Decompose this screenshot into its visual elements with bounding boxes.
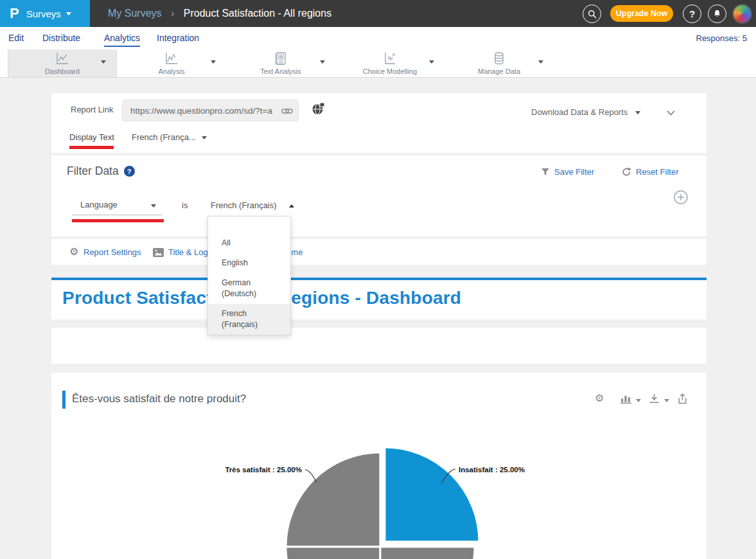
report-link-card: Report Link Download Data & Reports Disp… [51,93,707,153]
dropdown-option-english[interactable]: English [208,253,290,273]
download-data-reports-menu[interactable]: Download Data & Reports [531,107,640,117]
chevron-down-icon[interactable] [320,60,325,64]
toolbar-tab-label: Analysis [117,67,226,75]
choice-modelling-icon [382,51,398,66]
dropdown-option-french[interactable]: French (Français) [208,304,290,335]
pie-chart: Très satisfait : 25.00% Insatisfait : 25… [51,373,707,559]
chevron-down-icon [202,136,207,139]
pie-slice-bottom-right[interactable] [380,547,475,559]
filter-data-title: Filter Data ? [67,164,135,178]
chevron-down-icon[interactable] [429,60,434,64]
save-filter-button[interactable]: Save Filter [541,167,594,177]
display-text-tab[interactable]: Display Text [69,132,114,142]
filter-operator: is [182,200,188,210]
download-menu-label: Download Data & Reports [531,107,628,117]
spacer-card [51,328,707,364]
bell-icon [712,8,723,19]
toolbar-tab-dashboard[interactable]: Dashboard [8,49,117,77]
toolbar-tab-label: Text Analysis [226,67,335,75]
breadcrumb-my-surveys[interactable]: My Surveys [108,8,162,19]
reset-filter-button[interactable]: Reset Filter [622,167,678,177]
pie-label-tres-satisfait: Très satisfait : 25.00% [225,466,302,474]
dashboard-title-band: Product Satisfaction - All regions - Das… [51,278,707,319]
breadcrumb-current-survey: Product Satisfaction - All regions [184,8,331,19]
dropdown-option-german[interactable]: German (Deutsch) [208,273,290,304]
top-header: P Surveys My Surveys › Product Satisfact… [0,0,756,27]
report-settings-link[interactable]: Report Settings [84,247,141,257]
link-icon[interactable] [281,107,293,115]
report-settings-row: ⚙ Report Settings Title & Logo Apply The… [51,239,707,265]
product-switcher[interactable]: P Surveys [0,0,90,27]
toolbar-tab-text-analysis[interactable]: Text Analysis [226,49,335,77]
chevron-up-icon [289,204,294,208]
display-language-value: French (França... [132,132,196,142]
line-chart-icon [55,51,70,66]
collapse-chevron-icon[interactable] [667,107,675,116]
toolbar-tab-choice-modelling[interactable]: Choice Modelling [335,49,444,77]
toolbar-tab-label: Choice Modelling [335,67,444,75]
upgrade-now-button[interactable]: Upgrade Now [610,5,673,22]
notifications-button[interactable] [708,4,726,23]
user-avatar[interactable] [732,4,752,24]
language-dropdown-panel: All English German (Deutsch) French (Fra… [207,216,291,335]
nav-tab-edit[interactable]: Edit [8,30,24,47]
gear-icon: ⚙ [69,245,78,258]
globe-lock-icon[interactable] [312,102,325,116]
pie-slice-bottom-left[interactable] [286,547,380,559]
toolbar-tab-analysis[interactable]: Analysis [117,49,226,77]
section-nav: Edit Distribute Analytics Integration Re… [0,27,756,49]
search-icon [586,8,598,20]
analysis-chart-icon [164,51,179,66]
dropdown-option-all[interactable]: All [208,233,290,253]
filter-value-dropdown[interactable]: French (Français) [211,200,294,210]
report-link-input-box [122,100,299,121]
funnel-icon [541,168,550,176]
search-button[interactable] [583,4,601,23]
filter-field-select[interactable]: Language [72,197,163,215]
nav-tab-integration[interactable]: Integration [157,30,199,47]
toolbar-tab-manage-data[interactable]: Manage Data [444,49,554,77]
question-mark-icon: ? [689,8,695,19]
breadcrumb: My Surveys › Product Satisfaction - All … [108,0,331,27]
product-menu-label: Surveys [26,8,61,19]
chevron-down-icon[interactable] [211,60,216,64]
filter-field-active-underline [72,219,164,222]
title-logo-link[interactable]: Title & Logo [168,247,213,257]
database-icon [491,51,507,66]
chevron-down-icon[interactable] [538,60,543,64]
help-button[interactable]: ? [683,4,701,23]
save-filter-label: Save Filter [554,167,594,177]
chevron-down-icon [151,204,156,208]
pie-label-insatisfait: Insatisfait : 25.00% [459,466,525,474]
pie-slice-insatisfait[interactable] [385,447,479,542]
add-condition-button[interactable] [674,190,688,204]
image-icon [153,248,164,257]
responses-count: Responses: 5 [696,27,748,49]
toolbar-tab-label: Dashboard [8,67,116,75]
report-link-input[interactable] [123,100,298,121]
report-link-label: Report Link [71,105,113,114]
questionpro-logo: P [10,5,19,22]
filter-field-value: Language [80,200,118,209]
toolbar-tab-label: Manage Data [444,67,554,75]
breadcrumb-separator: › [171,8,174,19]
chevron-down-icon[interactable] [101,60,106,64]
chevron-down-icon [635,111,640,114]
question-chart-card: Êtes-vous satisfait de notre produit? ⚙ [51,373,707,559]
nav-tab-analytics[interactable]: Analytics [104,30,140,47]
reset-filter-label: Reset Filter [636,167,678,177]
text-analysis-icon [273,51,288,66]
nav-tab-distribute[interactable]: Distribute [42,30,80,47]
chevron-down-icon [66,12,71,15]
questionpro-analytics-page: P Surveys My Surveys › Product Satisfact… [0,0,756,559]
filter-data-title-text: Filter Data [67,164,119,178]
filter-value-text: French (Français) [211,200,277,210]
analytics-toolbar: Dashboard Analysis Text Analysis [0,49,756,78]
reset-icon [622,167,631,177]
display-language-dropdown[interactable]: French (França... [132,132,207,142]
help-circle-icon[interactable]: ? [124,166,135,177]
filter-data-card: Filter Data ? Save Filter Reset Filter L… [51,155,707,236]
display-text-active-underline [69,146,114,149]
